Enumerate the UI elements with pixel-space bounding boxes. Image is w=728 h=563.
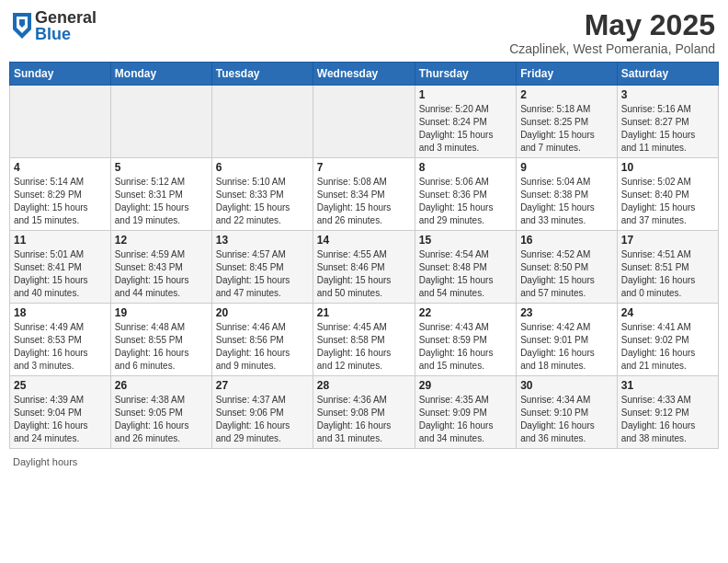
- calendar-cell: 3Sunrise: 5:16 AM Sunset: 8:27 PM Daylig…: [617, 86, 718, 158]
- day-info: Sunrise: 5:01 AM Sunset: 8:41 PM Dayligh…: [14, 248, 107, 300]
- calendar-body: 1Sunrise: 5:20 AM Sunset: 8:24 PM Daylig…: [10, 86, 719, 449]
- logo-blue-text: Blue: [35, 26, 97, 42]
- calendar-cell: [10, 86, 111, 158]
- day-number: 30: [520, 379, 613, 392]
- month-title: May 2025: [509, 9, 715, 41]
- day-info: Sunrise: 4:57 AM Sunset: 8:45 PM Dayligh…: [216, 248, 309, 300]
- calendar-cell: 4Sunrise: 5:14 AM Sunset: 8:29 PM Daylig…: [10, 158, 111, 231]
- day-info: Sunrise: 4:46 AM Sunset: 8:56 PM Dayligh…: [216, 321, 309, 373]
- day-number: 16: [520, 234, 613, 247]
- header-day-friday: Friday: [517, 63, 618, 86]
- calendar-cell: 22Sunrise: 4:43 AM Sunset: 8:59 PM Dayli…: [415, 304, 516, 376]
- day-number: 11: [14, 234, 107, 247]
- header-row: SundayMondayTuesdayWednesdayThursdayFrid…: [10, 63, 719, 86]
- day-number: 17: [621, 234, 714, 247]
- calendar-cell: 5Sunrise: 5:12 AM Sunset: 8:31 PM Daylig…: [110, 158, 211, 231]
- header-day-monday: Monday: [110, 63, 211, 86]
- daylight-label: Daylight hours: [13, 456, 77, 467]
- day-number: 14: [317, 234, 411, 247]
- calendar-cell: 1Sunrise: 5:20 AM Sunset: 8:24 PM Daylig…: [415, 86, 516, 158]
- day-info: Sunrise: 4:41 AM Sunset: 9:02 PM Dayligh…: [621, 321, 714, 373]
- calendar-cell: 27Sunrise: 4:37 AM Sunset: 9:06 PM Dayli…: [211, 376, 313, 449]
- day-number: 12: [115, 234, 208, 247]
- day-number: 25: [14, 379, 107, 392]
- day-info: Sunrise: 5:20 AM Sunset: 8:24 PM Dayligh…: [419, 103, 512, 155]
- day-info: Sunrise: 5:12 AM Sunset: 8:31 PM Dayligh…: [115, 176, 208, 227]
- day-info: Sunrise: 4:37 AM Sunset: 9:06 PM Dayligh…: [216, 394, 309, 445]
- header-day-thursday: Thursday: [415, 63, 516, 86]
- calendar-cell: 14Sunrise: 4:55 AM Sunset: 8:46 PM Dayli…: [313, 231, 415, 304]
- day-info: Sunrise: 5:14 AM Sunset: 8:29 PM Dayligh…: [14, 176, 107, 227]
- day-number: 6: [216, 161, 309, 174]
- week-row-2: 4Sunrise: 5:14 AM Sunset: 8:29 PM Daylig…: [10, 158, 719, 231]
- day-number: 20: [216, 306, 309, 319]
- calendar-cell: 10Sunrise: 5:02 AM Sunset: 8:40 PM Dayli…: [617, 158, 718, 231]
- day-number: 18: [14, 306, 107, 319]
- calendar-cell: 29Sunrise: 4:35 AM Sunset: 9:09 PM Dayli…: [415, 376, 516, 449]
- day-info: Sunrise: 5:02 AM Sunset: 8:40 PM Dayligh…: [621, 176, 714, 227]
- day-number: 28: [317, 379, 411, 392]
- location: Czaplinek, West Pomerania, Poland: [509, 41, 715, 56]
- calendar-cell: 19Sunrise: 4:48 AM Sunset: 8:55 PM Dayli…: [110, 304, 211, 376]
- logo: General Blue: [13, 9, 97, 42]
- calendar-cell: 6Sunrise: 5:10 AM Sunset: 8:33 PM Daylig…: [211, 158, 313, 231]
- day-number: 23: [520, 306, 613, 319]
- day-info: Sunrise: 4:52 AM Sunset: 8:50 PM Dayligh…: [520, 248, 613, 300]
- calendar-cell: 11Sunrise: 5:01 AM Sunset: 8:41 PM Dayli…: [10, 231, 111, 304]
- calendar-cell: 2Sunrise: 5:18 AM Sunset: 8:25 PM Daylig…: [517, 86, 618, 158]
- day-info: Sunrise: 4:39 AM Sunset: 9:04 PM Dayligh…: [14, 394, 107, 445]
- day-number: 27: [216, 379, 309, 392]
- day-number: 10: [621, 161, 714, 174]
- day-info: Sunrise: 4:49 AM Sunset: 8:53 PM Dayligh…: [14, 321, 107, 373]
- calendar-cell: 12Sunrise: 4:59 AM Sunset: 8:43 PM Dayli…: [110, 231, 211, 304]
- day-info: Sunrise: 4:43 AM Sunset: 8:59 PM Dayligh…: [419, 321, 512, 373]
- day-number: 22: [419, 306, 512, 319]
- day-info: Sunrise: 4:51 AM Sunset: 8:51 PM Dayligh…: [621, 248, 714, 300]
- day-number: 3: [621, 88, 714, 101]
- day-number: 24: [621, 306, 714, 319]
- day-number: 9: [520, 161, 613, 174]
- calendar-cell: 16Sunrise: 4:52 AM Sunset: 8:50 PM Dayli…: [517, 231, 618, 304]
- calendar-cell: 31Sunrise: 4:33 AM Sunset: 9:12 PM Dayli…: [617, 376, 718, 449]
- calendar-cell: 24Sunrise: 4:41 AM Sunset: 9:02 PM Dayli…: [617, 304, 718, 376]
- day-number: 26: [115, 379, 208, 392]
- day-info: Sunrise: 5:16 AM Sunset: 8:27 PM Dayligh…: [621, 103, 714, 155]
- calendar-cell: 9Sunrise: 5:04 AM Sunset: 8:38 PM Daylig…: [517, 158, 618, 231]
- calendar-cell: 28Sunrise: 4:36 AM Sunset: 9:08 PM Dayli…: [313, 376, 415, 449]
- day-number: 2: [520, 88, 613, 101]
- calendar-cell: [110, 86, 211, 158]
- calendar-cell: 17Sunrise: 4:51 AM Sunset: 8:51 PM Dayli…: [617, 231, 718, 304]
- logo-text: General Blue: [35, 9, 97, 42]
- day-number: 8: [419, 161, 512, 174]
- day-info: Sunrise: 4:45 AM Sunset: 8:58 PM Dayligh…: [317, 321, 411, 373]
- day-number: 15: [419, 234, 512, 247]
- day-number: 5: [115, 161, 208, 174]
- day-info: Sunrise: 4:42 AM Sunset: 9:01 PM Dayligh…: [520, 321, 613, 373]
- week-row-1: 1Sunrise: 5:20 AM Sunset: 8:24 PM Daylig…: [10, 86, 719, 158]
- day-info: Sunrise: 5:08 AM Sunset: 8:34 PM Dayligh…: [317, 176, 411, 227]
- day-info: Sunrise: 4:48 AM Sunset: 8:55 PM Dayligh…: [115, 321, 208, 373]
- day-number: 19: [115, 306, 208, 319]
- day-number: 13: [216, 234, 309, 247]
- calendar-cell: 18Sunrise: 4:49 AM Sunset: 8:53 PM Dayli…: [10, 304, 111, 376]
- calendar-cell: 20Sunrise: 4:46 AM Sunset: 8:56 PM Dayli…: [211, 304, 313, 376]
- day-info: Sunrise: 4:38 AM Sunset: 9:05 PM Dayligh…: [115, 394, 208, 445]
- day-info: Sunrise: 4:35 AM Sunset: 9:09 PM Dayligh…: [419, 394, 512, 445]
- footer: Daylight hours: [9, 456, 719, 467]
- day-info: Sunrise: 5:06 AM Sunset: 8:36 PM Dayligh…: [419, 176, 512, 227]
- calendar-cell: 23Sunrise: 4:42 AM Sunset: 9:01 PM Dayli…: [517, 304, 618, 376]
- header-day-wednesday: Wednesday: [313, 63, 415, 86]
- calendar-cell: 25Sunrise: 4:39 AM Sunset: 9:04 PM Dayli…: [10, 376, 111, 449]
- day-info: Sunrise: 4:34 AM Sunset: 9:10 PM Dayligh…: [520, 394, 613, 445]
- week-row-3: 11Sunrise: 5:01 AM Sunset: 8:41 PM Dayli…: [10, 231, 719, 304]
- day-info: Sunrise: 5:10 AM Sunset: 8:33 PM Dayligh…: [216, 176, 309, 227]
- week-row-4: 18Sunrise: 4:49 AM Sunset: 8:53 PM Dayli…: [10, 304, 719, 376]
- day-info: Sunrise: 4:33 AM Sunset: 9:12 PM Dayligh…: [621, 394, 714, 445]
- calendar-header: SundayMondayTuesdayWednesdayThursdayFrid…: [10, 63, 719, 86]
- header-day-saturday: Saturday: [617, 63, 718, 86]
- day-number: 31: [621, 379, 714, 392]
- calendar-cell: 30Sunrise: 4:34 AM Sunset: 9:10 PM Dayli…: [517, 376, 618, 449]
- day-number: 7: [317, 161, 411, 174]
- calendar-cell: 7Sunrise: 5:08 AM Sunset: 8:34 PM Daylig…: [313, 158, 415, 231]
- calendar-cell: 13Sunrise: 4:57 AM Sunset: 8:45 PM Dayli…: [211, 231, 313, 304]
